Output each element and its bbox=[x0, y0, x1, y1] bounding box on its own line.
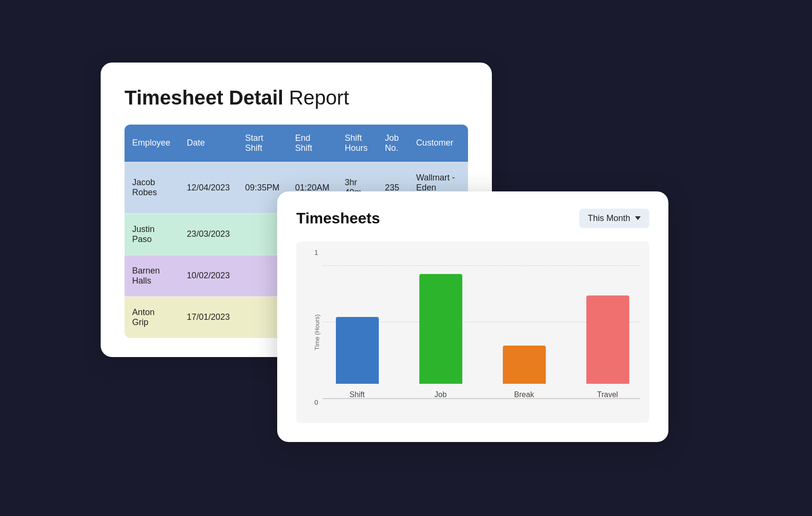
report-title-normal: Report bbox=[283, 86, 349, 109]
cell-date: 10/02/2023 bbox=[179, 255, 238, 296]
col-shift-hours: Shift Hours bbox=[337, 125, 377, 162]
bar-break bbox=[503, 346, 546, 384]
report-title: Timesheet Detail Report bbox=[125, 86, 468, 109]
month-dropdown[interactable]: This Month bbox=[579, 209, 649, 228]
bar-shift bbox=[336, 317, 379, 384]
cell-employee: Justin Paso bbox=[125, 213, 179, 255]
month-dropdown-label: This Month bbox=[588, 213, 630, 223]
timesheets-title: Timesheets bbox=[296, 210, 380, 227]
timesheets-card: Timesheets This Month Time (Hours) 0 1 S… bbox=[277, 191, 668, 442]
bar-job bbox=[419, 274, 462, 384]
cell-employee: Jacob Robes bbox=[125, 162, 179, 213]
bar-label-break: Break bbox=[514, 390, 534, 399]
cell-date: 17/01/2023 bbox=[179, 296, 238, 338]
table-header-row: Employee Date Start Shift End Shift Shif… bbox=[125, 125, 468, 162]
col-end-shift: End Shift bbox=[287, 125, 337, 162]
bar-travel bbox=[586, 295, 629, 384]
chevron-down-icon bbox=[635, 216, 641, 220]
y-axis-zero: 0 bbox=[314, 399, 318, 406]
bar-label-shift: Shift bbox=[349, 390, 364, 399]
col-date: Date bbox=[179, 125, 238, 162]
report-title-bold: Timesheet Detail bbox=[125, 86, 283, 109]
col-employee: Employee bbox=[125, 125, 179, 162]
col-customer: Customer bbox=[408, 125, 468, 162]
y-axis-label: Time (Hours) bbox=[313, 314, 321, 350]
cell-employee: Anton Grip bbox=[125, 296, 179, 338]
scene: Timesheet Detail Report Employee Date St… bbox=[72, 43, 740, 473]
cell-employee: Barnen Halls bbox=[125, 255, 179, 296]
bar-group-job: Job bbox=[419, 274, 462, 399]
col-start-shift: Start Shift bbox=[238, 125, 288, 162]
y-axis-one: 1 bbox=[314, 249, 318, 256]
bars-area: Shift Job Break Travel bbox=[325, 251, 640, 399]
bar-label-job: Job bbox=[435, 390, 447, 399]
bar-group-break: Break bbox=[503, 346, 546, 399]
col-job-no: Job No. bbox=[377, 125, 408, 162]
cell-date: 23/03/2023 bbox=[179, 213, 238, 255]
chart-container: Time (Hours) 0 1 Shift Job Break bbox=[296, 242, 649, 423]
bar-label-travel: Travel bbox=[597, 390, 618, 399]
cell-date: 12/04/2023 bbox=[179, 162, 238, 213]
bar-group-travel: Travel bbox=[586, 295, 629, 399]
bar-group-shift: Shift bbox=[336, 317, 379, 399]
timesheets-header: Timesheets This Month bbox=[296, 209, 649, 228]
